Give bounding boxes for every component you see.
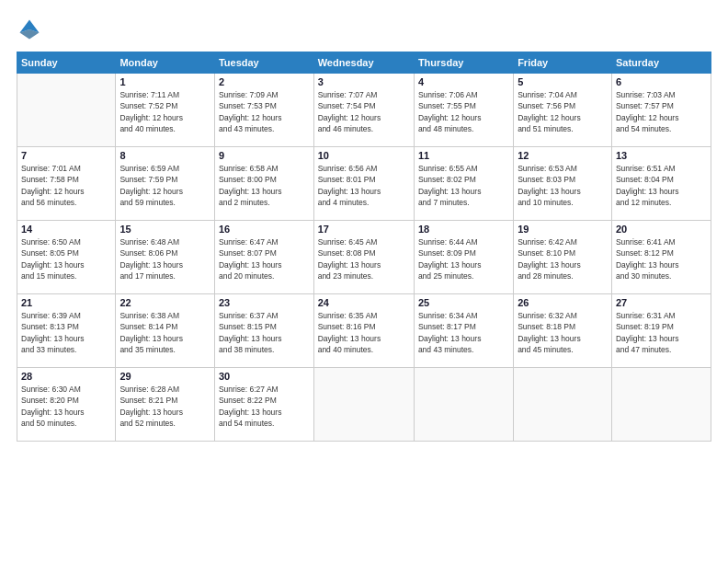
calendar-cell: 10Sunrise: 6:56 AM Sunset: 8:01 PM Dayli… xyxy=(313,147,414,221)
week-row-2: 7Sunrise: 7:01 AM Sunset: 7:58 PM Daylig… xyxy=(17,147,711,221)
weekday-header-wednesday: Wednesday xyxy=(313,52,414,74)
day-info: Sunrise: 7:06 AM Sunset: 7:55 PM Dayligh… xyxy=(418,89,509,134)
day-info: Sunrise: 6:38 AM Sunset: 8:14 PM Dayligh… xyxy=(119,310,210,355)
day-info: Sunrise: 6:27 AM Sunset: 8:22 PM Dayligh… xyxy=(219,384,310,429)
calendar-cell: 13Sunrise: 6:51 AM Sunset: 8:04 PM Dayli… xyxy=(611,147,711,221)
day-info: Sunrise: 6:56 AM Sunset: 8:01 PM Dayligh… xyxy=(318,163,410,208)
calendar-cell: 25Sunrise: 6:34 AM Sunset: 8:17 PM Dayli… xyxy=(414,294,513,368)
calendar-cell: 30Sunrise: 6:27 AM Sunset: 8:22 PM Dayli… xyxy=(214,368,313,442)
day-number: 10 xyxy=(318,150,410,161)
day-number: 19 xyxy=(518,224,608,235)
calendar-cell: 18Sunrise: 6:44 AM Sunset: 8:09 PM Dayli… xyxy=(414,221,513,294)
day-info: Sunrise: 7:03 AM Sunset: 7:57 PM Dayligh… xyxy=(616,89,707,134)
calendar-cell xyxy=(611,368,711,442)
day-info: Sunrise: 7:09 AM Sunset: 7:53 PM Dayligh… xyxy=(219,89,310,134)
day-number: 16 xyxy=(219,224,310,235)
day-number: 5 xyxy=(518,76,608,87)
day-info: Sunrise: 6:32 AM Sunset: 8:18 PM Dayligh… xyxy=(518,310,608,355)
day-info: Sunrise: 6:53 AM Sunset: 8:03 PM Dayligh… xyxy=(518,163,608,208)
calendar-cell: 29Sunrise: 6:28 AM Sunset: 8:21 PM Dayli… xyxy=(116,368,215,442)
weekday-header-sunday: Sunday xyxy=(17,52,116,74)
day-info: Sunrise: 6:45 AM Sunset: 8:08 PM Dayligh… xyxy=(318,236,410,282)
day-info: Sunrise: 6:35 AM Sunset: 8:16 PM Dayligh… xyxy=(318,310,410,355)
calendar-cell: 14Sunrise: 6:50 AM Sunset: 8:05 PM Dayli… xyxy=(17,221,116,294)
calendar-cell: 7Sunrise: 7:01 AM Sunset: 7:58 PM Daylig… xyxy=(17,147,116,221)
calendar-table: SundayMondayTuesdayWednesdayThursdayFrid… xyxy=(17,52,711,442)
calendar-cell: 5Sunrise: 7:04 AM Sunset: 7:56 PM Daylig… xyxy=(514,74,612,147)
day-info: Sunrise: 6:28 AM Sunset: 8:21 PM Dayligh… xyxy=(119,384,210,429)
header xyxy=(17,17,711,42)
day-info: Sunrise: 6:47 AM Sunset: 8:07 PM Dayligh… xyxy=(219,236,310,282)
day-info: Sunrise: 7:01 AM Sunset: 7:58 PM Dayligh… xyxy=(21,163,111,208)
day-number: 30 xyxy=(219,371,310,382)
day-number: 15 xyxy=(119,224,210,235)
calendar-cell xyxy=(17,74,116,147)
calendar-cell: 28Sunrise: 6:30 AM Sunset: 8:20 PM Dayli… xyxy=(17,368,116,442)
day-number: 18 xyxy=(418,224,509,235)
day-info: Sunrise: 6:37 AM Sunset: 8:15 PM Dayligh… xyxy=(219,310,310,355)
weekday-header-thursday: Thursday xyxy=(414,52,513,74)
calendar-cell: 20Sunrise: 6:41 AM Sunset: 8:12 PM Dayli… xyxy=(611,221,711,294)
day-number: 27 xyxy=(616,297,707,308)
calendar-cell: 3Sunrise: 7:07 AM Sunset: 7:54 PM Daylig… xyxy=(313,74,414,147)
calendar-cell: 19Sunrise: 6:42 AM Sunset: 8:10 PM Dayli… xyxy=(514,221,612,294)
logo-icon xyxy=(17,17,42,42)
weekday-header-monday: Monday xyxy=(116,52,215,74)
day-number: 8 xyxy=(119,150,210,161)
day-info: Sunrise: 6:30 AM Sunset: 8:20 PM Dayligh… xyxy=(21,384,111,429)
calendar-cell: 8Sunrise: 6:59 AM Sunset: 7:59 PM Daylig… xyxy=(116,147,215,221)
calendar-cell: 6Sunrise: 7:03 AM Sunset: 7:57 PM Daylig… xyxy=(611,74,711,147)
calendar-cell xyxy=(514,368,612,442)
calendar-cell: 9Sunrise: 6:58 AM Sunset: 8:00 PM Daylig… xyxy=(214,147,313,221)
calendar-body: 1Sunrise: 7:11 AM Sunset: 7:52 PM Daylig… xyxy=(17,74,711,442)
day-info: Sunrise: 6:50 AM Sunset: 8:05 PM Dayligh… xyxy=(21,236,111,282)
calendar-cell: 22Sunrise: 6:38 AM Sunset: 8:14 PM Dayli… xyxy=(116,294,215,368)
day-number: 17 xyxy=(318,224,410,235)
calendar-cell: 24Sunrise: 6:35 AM Sunset: 8:16 PM Dayli… xyxy=(313,294,414,368)
calendar-cell: 27Sunrise: 6:31 AM Sunset: 8:19 PM Dayli… xyxy=(611,294,711,368)
day-info: Sunrise: 6:51 AM Sunset: 8:04 PM Dayligh… xyxy=(616,163,707,208)
day-number: 4 xyxy=(418,76,509,87)
day-info: Sunrise: 6:31 AM Sunset: 8:19 PM Dayligh… xyxy=(616,310,707,355)
day-info: Sunrise: 7:07 AM Sunset: 7:54 PM Dayligh… xyxy=(318,89,410,134)
day-number: 2 xyxy=(219,76,310,87)
day-info: Sunrise: 6:41 AM Sunset: 8:12 PM Dayligh… xyxy=(616,236,707,282)
day-number: 14 xyxy=(21,224,111,235)
calendar-cell: 12Sunrise: 6:53 AM Sunset: 8:03 PM Dayli… xyxy=(514,147,612,221)
day-info: Sunrise: 6:39 AM Sunset: 8:13 PM Dayligh… xyxy=(21,310,111,355)
day-number: 25 xyxy=(418,297,509,308)
weekday-header-saturday: Saturday xyxy=(611,52,711,74)
day-number: 29 xyxy=(119,371,210,382)
day-info: Sunrise: 6:42 AM Sunset: 8:10 PM Dayligh… xyxy=(518,236,608,282)
day-number: 6 xyxy=(616,76,707,87)
calendar-cell: 23Sunrise: 6:37 AM Sunset: 8:15 PM Dayli… xyxy=(214,294,313,368)
day-info: Sunrise: 7:11 AM Sunset: 7:52 PM Dayligh… xyxy=(119,89,210,134)
calendar-cell: 15Sunrise: 6:48 AM Sunset: 8:06 PM Dayli… xyxy=(116,221,215,294)
weekday-header-row: SundayMondayTuesdayWednesdayThursdayFrid… xyxy=(17,52,711,74)
calendar-cell: 26Sunrise: 6:32 AM Sunset: 8:18 PM Dayli… xyxy=(514,294,612,368)
day-info: Sunrise: 6:59 AM Sunset: 7:59 PM Dayligh… xyxy=(119,163,210,208)
weekday-header-friday: Friday xyxy=(514,52,612,74)
calendar-cell: 16Sunrise: 6:47 AM Sunset: 8:07 PM Dayli… xyxy=(214,221,313,294)
day-number: 7 xyxy=(21,150,111,161)
day-info: Sunrise: 6:55 AM Sunset: 8:02 PM Dayligh… xyxy=(418,163,509,208)
day-number: 3 xyxy=(318,76,410,87)
day-info: Sunrise: 6:34 AM Sunset: 8:17 PM Dayligh… xyxy=(418,310,509,355)
day-number: 1 xyxy=(119,76,210,87)
day-info: Sunrise: 6:44 AM Sunset: 8:09 PM Dayligh… xyxy=(418,236,509,282)
calendar-cell: 17Sunrise: 6:45 AM Sunset: 8:08 PM Dayli… xyxy=(313,221,414,294)
weekday-header-tuesday: Tuesday xyxy=(214,52,313,74)
week-row-1: 1Sunrise: 7:11 AM Sunset: 7:52 PM Daylig… xyxy=(17,74,711,147)
week-row-3: 14Sunrise: 6:50 AM Sunset: 8:05 PM Dayli… xyxy=(17,221,711,294)
calendar-cell xyxy=(414,368,513,442)
calendar-cell xyxy=(313,368,414,442)
calendar-cell: 11Sunrise: 6:55 AM Sunset: 8:02 PM Dayli… xyxy=(414,147,513,221)
day-number: 21 xyxy=(21,297,111,308)
calendar-cell: 4Sunrise: 7:06 AM Sunset: 7:55 PM Daylig… xyxy=(414,74,513,147)
day-number: 20 xyxy=(616,224,707,235)
week-row-4: 21Sunrise: 6:39 AM Sunset: 8:13 PM Dayli… xyxy=(17,294,711,368)
day-number: 9 xyxy=(219,150,310,161)
day-number: 23 xyxy=(219,297,310,308)
day-number: 12 xyxy=(518,150,608,161)
calendar-cell: 21Sunrise: 6:39 AM Sunset: 8:13 PM Dayli… xyxy=(17,294,116,368)
